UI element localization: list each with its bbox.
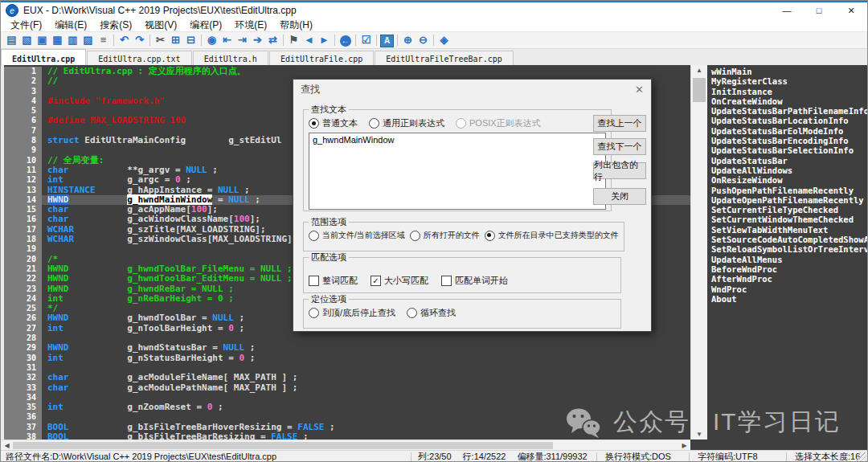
symbol-item[interactable]: UpdateStatusBarEolModeInfo — [711, 126, 867, 136]
symbol-item[interactable]: OnCreateWindow — [711, 96, 867, 106]
line-number: 13 — [4, 186, 42, 195]
symbol-item[interactable]: MyRegisterClass — [711, 76, 867, 86]
symbol-list: wWinMainMyRegisterClassInitInstanceOnCre… — [707, 65, 867, 440]
scope-group-label: 范围选项 — [309, 216, 349, 228]
symbol-item[interactable]: UpdateStatusBarLocationInfo — [711, 116, 867, 125]
tab-EditUltraFile.cpp[interactable]: EditUltraFile.cpp — [269, 51, 374, 67]
symbol-item[interactable]: OnResizeWindow — [711, 175, 867, 185]
symbol-item[interactable]: SetViewTabWidthMenuText — [711, 225, 867, 235]
scope-radio[interactable]: 文件所在目录中已支持类型的文件 — [485, 230, 619, 241]
zoom-in-icon[interactable]: ⊕ — [400, 33, 416, 47]
resize-grip[interactable] — [857, 452, 866, 462]
prev-bookmark-icon[interactable]: ◄ — [301, 33, 317, 47]
symbol-item[interactable]: UpdateStatusBarEncodingInfo — [711, 136, 867, 145]
close-file-icon[interactable]: ▨ — [80, 33, 96, 47]
symbol-item[interactable]: UpdateAllMenus — [711, 255, 867, 264]
undo-icon[interactable]: ↶ — [117, 33, 132, 47]
tab-EditUltra.h[interactable]: EditUltra.h — [193, 51, 268, 67]
menu-item[interactable]: 环境(E) — [228, 18, 273, 32]
tab-EditUltraFileTreeBar.cpp[interactable]: EditUltraFileTreeBar.cpp — [375, 51, 514, 67]
find-next-button[interactable]: 查找下一个 — [593, 138, 646, 155]
scope-radio[interactable]: 当前文件/当前选择区域 — [309, 230, 405, 241]
menu-item[interactable]: 编辑(E) — [48, 18, 93, 32]
match-check[interactable]: 整词匹配 — [309, 275, 358, 287]
symbol-item[interactable]: InitInstance — [711, 87, 867, 96]
locate-radio[interactable]: 循环查找 — [407, 307, 456, 319]
dialog-title-bar[interactable]: 查找 ✕ — [293, 80, 651, 100]
wechat-icon — [565, 407, 602, 439]
symbol-item[interactable]: UpdateOpenPathFilenameRecently — [711, 195, 867, 205]
locate-radio[interactable]: 到顶/底后停止查找 — [309, 307, 395, 319]
find-icon[interactable]: ◉ — [204, 33, 219, 47]
new-file-icon[interactable]: ▤ — [4, 33, 19, 47]
app-icon: e — [6, 4, 18, 17]
toolbar-separator — [201, 35, 202, 46]
redo-icon[interactable]: ↷ — [132, 33, 147, 47]
find-prev-icon[interactable]: ⇤ — [219, 33, 235, 47]
paste-icon[interactable]: ⊟ — [183, 33, 199, 47]
menu-item[interactable]: 文件(F) — [4, 18, 48, 32]
list-matching-lines-button[interactable]: 列出包含的行 — [593, 162, 646, 179]
symbol-item[interactable]: SetCurrentFileTypeChecked — [711, 205, 867, 215]
close-window-button[interactable]: ✕ — [835, 2, 867, 18]
open-file-icon[interactable]: ▧ — [19, 33, 35, 47]
cut-icon[interactable]: ✂ — [153, 33, 168, 47]
menu-item[interactable]: 编程(P) — [183, 18, 228, 32]
toolbar-separator — [149, 35, 150, 46]
symbol-item[interactable]: UpdateStatusBar — [711, 156, 867, 166]
symbol-item[interactable]: SetSourceCodeAutoCompletedShowAf — [711, 235, 867, 244]
menu-item[interactable]: 视图(V) — [138, 18, 183, 32]
save-file-icon[interactable]: ▣ — [35, 33, 50, 47]
horizontal-scroll-thumb[interactable] — [13, 442, 553, 449]
about-icon[interactable]: ◈ — [436, 33, 452, 47]
menu-bar: 文件(F)编辑(E)搜索(S)视图(V)编程(P)环境(E)帮助(H) — [1, 18, 867, 31]
editor-horizontal-scrollbar[interactable]: ◀ ▶ — [1, 440, 690, 451]
replace-icon[interactable]: ⇄ — [265, 33, 280, 47]
symbol-item[interactable]: AfterWndProc — [711, 274, 867, 284]
save-as-icon[interactable]: ▥ — [65, 33, 80, 47]
line-number: 6 — [4, 116, 42, 125]
menu-item[interactable]: 搜索(S) — [93, 18, 138, 32]
find-prev-button[interactable]: 查找上一个 — [593, 115, 646, 132]
goto-line-icon[interactable]: ➔ — [250, 33, 265, 47]
dialog-close-icon[interactable]: ✕ — [635, 84, 644, 96]
copy-icon[interactable]: ⊞ — [168, 33, 183, 47]
scroll-up-icon[interactable]: ▲ — [691, 65, 707, 76]
scope-label: 文件所在目录中已支持类型的文件 — [498, 230, 619, 241]
options-checklist-icon[interactable]: ☑ — [358, 33, 374, 47]
status-bar: 路径文件名:D:\Work\Visual C++ 2019 Projects\E… — [1, 450, 867, 462]
syntax-color-icon[interactable]: A — [379, 33, 395, 47]
find-type-radio[interactable]: 普通文本 — [309, 117, 358, 129]
save-all-icon[interactable]: ▦ — [50, 33, 65, 47]
symbol-item[interactable]: PushOpenPathFilenameRecently — [711, 186, 867, 195]
symbol-item[interactable]: About — [711, 294, 867, 304]
editor-vertical-scrollbar[interactable]: ▲ ▼ — [690, 65, 707, 440]
dialog-title: 查找 — [301, 83, 635, 96]
symbol-item[interactable]: BeforeWndProc — [711, 264, 867, 274]
next-bookmark-icon[interactable]: ► — [317, 33, 332, 47]
symbol-item[interactable]: wWinMain — [711, 67, 867, 76]
maximize-button[interactable]: □ — [803, 2, 835, 18]
search-text-input[interactable]: g_hwndMainWindow — [309, 133, 606, 210]
vertical-scroll-thumb[interactable] — [693, 78, 706, 102]
close-button[interactable]: 关闭 — [593, 188, 646, 205]
match-check[interactable]: ✓大小写匹配 — [371, 275, 428, 287]
navigate-back-icon[interactable]: ← — [338, 33, 353, 47]
find-next-icon[interactable]: ⇥ — [235, 33, 250, 47]
scope-radio[interactable]: 所有打开的文件 — [410, 230, 480, 241]
symbol-item[interactable]: SetCurrentWindowThemeChecked — [711, 215, 867, 224]
line-number: 18 — [4, 235, 42, 244]
minimize-button[interactable]: — — [771, 2, 803, 18]
symbol-item[interactable]: UpdateStatusBarSelectionInfo — [711, 145, 867, 155]
menu-item[interactable]: 帮助(H) — [273, 18, 319, 32]
tab-EditUltra.cpp.txt[interactable]: EditUltra.cpp.txt — [87, 51, 191, 67]
file-list-icon[interactable]: ≡ — [96, 33, 111, 47]
find-type-radio[interactable]: 通用正则表达式 — [369, 117, 444, 129]
symbol-item[interactable]: WndProc — [711, 284, 867, 294]
zoom-out-icon[interactable]: ⊖ — [416, 33, 431, 47]
symbol-item[interactable]: UpdateStatusBarPathFilenameInfo — [711, 106, 867, 116]
bookmark-icon[interactable]: ⚑ — [286, 33, 301, 47]
symbol-item[interactable]: UpdateAllWindows — [711, 166, 867, 175]
symbol-item[interactable]: SetReloadSymbolListOrTreeInterva — [711, 244, 867, 254]
match-check[interactable]: 匹配单词开始 — [441, 275, 508, 287]
